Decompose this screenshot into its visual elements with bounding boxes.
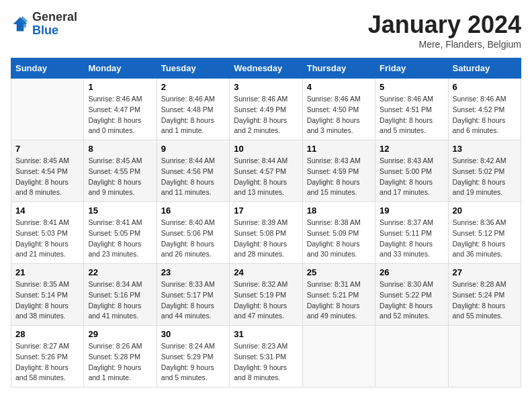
day-detail: Sunrise: 8:24 AMSunset: 5:29 PMDaylight:… — [161, 341, 225, 383]
day-number: 28 — [15, 329, 79, 339]
header-friday: Friday — [375, 58, 448, 79]
day-detail: Sunrise: 8:43 AMSunset: 5:00 PMDaylight:… — [380, 156, 443, 198]
day-detail: Sunrise: 8:26 AMSunset: 5:28 PMDaylight:… — [88, 341, 152, 383]
logo-icon — [11, 15, 30, 34]
title-block: January 2024 Mere, Flanders, Belgium — [368, 11, 521, 50]
day-detail: Sunrise: 8:46 AMSunset: 4:49 PMDaylight:… — [234, 94, 298, 136]
day-number: 16 — [161, 205, 225, 216]
calendar-cell: 13Sunrise: 8:42 AMSunset: 5:02 PMDayligh… — [448, 140, 521, 202]
day-number: 31 — [234, 329, 298, 339]
day-number: 11 — [307, 144, 371, 154]
calendar-cell: 9Sunrise: 8:44 AMSunset: 4:56 PMDaylight… — [157, 140, 229, 202]
calendar-cell — [448, 326, 521, 387]
header-thursday: Thursday — [302, 58, 375, 79]
day-number: 27 — [453, 267, 517, 277]
day-detail: Sunrise: 8:31 AMSunset: 5:21 PMDaylight:… — [307, 279, 371, 322]
day-detail: Sunrise: 8:41 AMSunset: 5:03 PMDaylight:… — [15, 218, 79, 260]
calendar-cell: 5Sunrise: 8:46 AMSunset: 4:51 PMDaylight… — [375, 79, 448, 140]
logo: General Blue — [11, 11, 77, 38]
day-number: 9 — [161, 144, 225, 154]
day-detail: Sunrise: 8:40 AMSunset: 5:06 PMDaylight:… — [161, 218, 225, 260]
day-number: 14 — [15, 205, 79, 216]
day-number: 24 — [234, 267, 298, 277]
calendar-cell: 1Sunrise: 8:46 AMSunset: 4:47 PMDaylight… — [84, 79, 157, 140]
logo-blue: Blue — [32, 24, 58, 37]
calendar-cell: 15Sunrise: 8:41 AMSunset: 5:05 PMDayligh… — [84, 202, 157, 264]
day-detail: Sunrise: 8:27 AMSunset: 5:26 PMDaylight:… — [15, 341, 79, 383]
day-detail: Sunrise: 8:46 AMSunset: 4:50 PMDaylight:… — [307, 94, 371, 136]
calendar-cell: 16Sunrise: 8:40 AMSunset: 5:06 PMDayligh… — [157, 202, 229, 264]
calendar-cell: 28Sunrise: 8:27 AMSunset: 5:26 PMDayligh… — [11, 326, 84, 387]
day-detail: Sunrise: 8:36 AMSunset: 5:12 PMDaylight:… — [453, 218, 517, 260]
day-detail: Sunrise: 8:44 AMSunset: 4:57 PMDaylight:… — [234, 156, 298, 198]
day-detail: Sunrise: 8:46 AMSunset: 4:52 PMDaylight:… — [453, 94, 517, 136]
day-detail: Sunrise: 8:43 AMSunset: 4:59 PMDaylight:… — [307, 156, 371, 198]
day-number: 19 — [380, 205, 443, 216]
day-detail: Sunrise: 8:42 AMSunset: 5:02 PMDaylight:… — [453, 156, 517, 198]
day-number: 5 — [380, 82, 443, 92]
day-detail: Sunrise: 8:39 AMSunset: 5:08 PMDaylight:… — [234, 218, 298, 260]
day-number: 30 — [161, 329, 225, 339]
day-detail: Sunrise: 8:44 AMSunset: 4:56 PMDaylight:… — [161, 156, 225, 198]
calendar-cell: 19Sunrise: 8:37 AMSunset: 5:11 PMDayligh… — [375, 202, 448, 264]
calendar-cell: 12Sunrise: 8:43 AMSunset: 5:00 PMDayligh… — [375, 140, 448, 202]
day-detail: Sunrise: 8:37 AMSunset: 5:11 PMDaylight:… — [380, 218, 443, 260]
calendar-header-row: SundayMondayTuesdayWednesdayThursdayFrid… — [11, 58, 521, 79]
day-number: 29 — [88, 329, 152, 339]
calendar-cell — [375, 326, 448, 387]
day-detail: Sunrise: 8:46 AMSunset: 4:48 PMDaylight:… — [161, 94, 225, 136]
calendar-cell: 17Sunrise: 8:39 AMSunset: 5:08 PMDayligh… — [230, 202, 302, 264]
calendar-week-row: 1Sunrise: 8:46 AMSunset: 4:47 PMDaylight… — [11, 79, 521, 140]
day-detail: Sunrise: 8:45 AMSunset: 4:55 PMDaylight:… — [88, 156, 152, 198]
calendar-cell: 31Sunrise: 8:23 AMSunset: 5:31 PMDayligh… — [230, 326, 302, 387]
day-detail: Sunrise: 8:34 AMSunset: 5:16 PMDaylight:… — [88, 279, 152, 322]
day-number: 20 — [453, 205, 517, 216]
calendar-cell: 18Sunrise: 8:38 AMSunset: 5:09 PMDayligh… — [302, 202, 375, 264]
day-number: 25 — [307, 267, 371, 277]
day-number: 6 — [453, 82, 517, 92]
day-number: 22 — [88, 267, 152, 277]
day-number: 10 — [234, 144, 298, 154]
header-sunday: Sunday — [11, 58, 84, 79]
day-number: 17 — [234, 205, 298, 216]
calendar-cell: 24Sunrise: 8:32 AMSunset: 5:19 PMDayligh… — [230, 264, 302, 326]
day-detail: Sunrise: 8:46 AMSunset: 4:51 PMDaylight:… — [380, 94, 443, 136]
location: Mere, Flanders, Belgium — [368, 39, 521, 50]
day-number: 21 — [15, 267, 79, 277]
calendar-cell: 26Sunrise: 8:30 AMSunset: 5:22 PMDayligh… — [375, 264, 448, 326]
calendar-cell — [302, 326, 375, 387]
calendar-cell: 2Sunrise: 8:46 AMSunset: 4:48 PMDaylight… — [157, 79, 229, 140]
calendar-cell: 10Sunrise: 8:44 AMSunset: 4:57 PMDayligh… — [230, 140, 302, 202]
day-number: 8 — [88, 144, 152, 154]
header-saturday: Saturday — [448, 58, 521, 79]
calendar-week-row: 14Sunrise: 8:41 AMSunset: 5:03 PMDayligh… — [11, 202, 521, 264]
calendar-cell: 6Sunrise: 8:46 AMSunset: 4:52 PMDaylight… — [448, 79, 521, 140]
calendar-cell: 7Sunrise: 8:45 AMSunset: 4:54 PMDaylight… — [11, 140, 84, 202]
calendar-cell: 14Sunrise: 8:41 AMSunset: 5:03 PMDayligh… — [11, 202, 84, 264]
calendar-cell: 8Sunrise: 8:45 AMSunset: 4:55 PMDaylight… — [84, 140, 157, 202]
day-detail: Sunrise: 8:45 AMSunset: 4:54 PMDaylight:… — [15, 156, 79, 198]
calendar-cell: 23Sunrise: 8:33 AMSunset: 5:17 PMDayligh… — [157, 264, 229, 326]
day-number: 26 — [380, 267, 443, 277]
calendar-cell: 4Sunrise: 8:46 AMSunset: 4:50 PMDaylight… — [302, 79, 375, 140]
day-detail: Sunrise: 8:30 AMSunset: 5:22 PMDaylight:… — [380, 279, 443, 322]
page-header: General Blue January 2024 Mere, Flanders… — [11, 11, 521, 50]
day-number: 18 — [307, 205, 371, 216]
month-title: January 2024 — [368, 11, 521, 39]
calendar-cell: 21Sunrise: 8:35 AMSunset: 5:14 PMDayligh… — [11, 264, 84, 326]
day-number: 1 — [88, 82, 152, 92]
day-detail: Sunrise: 8:46 AMSunset: 4:47 PMDaylight:… — [88, 94, 152, 136]
calendar-cell: 25Sunrise: 8:31 AMSunset: 5:21 PMDayligh… — [302, 264, 375, 326]
day-number: 7 — [15, 144, 79, 154]
calendar-cell: 30Sunrise: 8:24 AMSunset: 5:29 PMDayligh… — [157, 326, 229, 387]
day-detail: Sunrise: 8:38 AMSunset: 5:09 PMDaylight:… — [307, 218, 371, 260]
calendar-cell: 11Sunrise: 8:43 AMSunset: 4:59 PMDayligh… — [302, 140, 375, 202]
day-detail: Sunrise: 8:32 AMSunset: 5:19 PMDaylight:… — [234, 279, 298, 322]
day-number: 3 — [234, 82, 298, 92]
header-tuesday: Tuesday — [157, 58, 229, 79]
header-monday: Monday — [84, 58, 157, 79]
day-number: 23 — [161, 267, 225, 277]
calendar-cell: 29Sunrise: 8:26 AMSunset: 5:28 PMDayligh… — [84, 326, 157, 387]
calendar-cell: 3Sunrise: 8:46 AMSunset: 4:49 PMDaylight… — [230, 79, 302, 140]
header-wednesday: Wednesday — [230, 58, 302, 79]
